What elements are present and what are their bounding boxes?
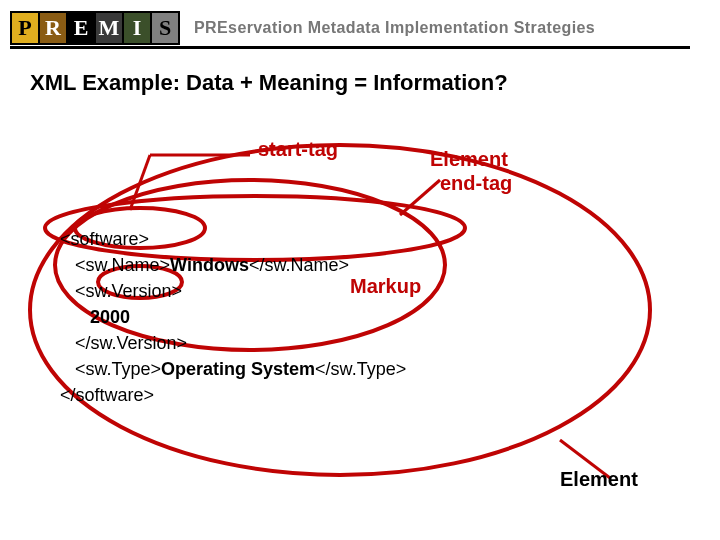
xml-line: </sw.Version>	[60, 333, 187, 353]
xml-line: <sw.Version>	[60, 281, 182, 301]
xml-line: <sw.Name>Windows</sw.Name>	[60, 255, 349, 275]
annotation-end-tag: end-tag	[440, 172, 512, 195]
annotation-element-top: Element	[430, 148, 508, 171]
xml-line: <software>	[60, 229, 149, 249]
annotation-element-bottom: Element	[560, 468, 638, 491]
annotation-start-tag: start-tag	[258, 138, 338, 161]
xml-line: </software>	[60, 385, 154, 405]
xml-line: <sw.Type>Operating System</sw.Type>	[60, 359, 406, 379]
xml-code-block: <software> <sw.Name>Windows</sw.Name> <s…	[60, 200, 406, 408]
xml-line: 2000	[60, 307, 130, 327]
